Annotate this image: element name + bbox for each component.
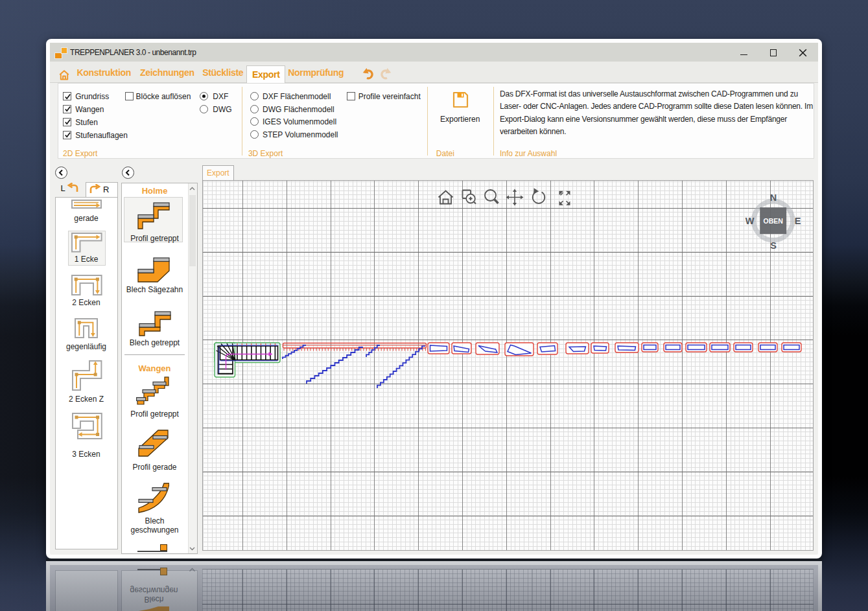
- svg-text:W: W: [745, 215, 755, 225]
- svg-text:OBEN: OBEN: [764, 216, 783, 224]
- svg-text:E: E: [795, 215, 801, 225]
- svg-text:N: N: [770, 192, 777, 202]
- svg-text:S: S: [770, 240, 777, 250]
